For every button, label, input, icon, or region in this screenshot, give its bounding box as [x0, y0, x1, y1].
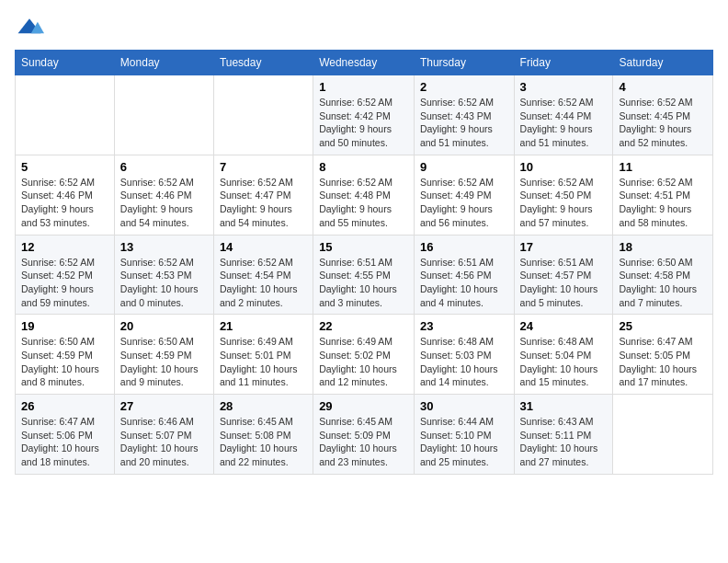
day-info: Sunrise: 6:52 AM Sunset: 4:46 PM Dayligh…	[120, 176, 208, 230]
calendar-cell: 8Sunrise: 6:52 AM Sunset: 4:48 PM Daylig…	[313, 155, 415, 235]
calendar-cell: 25Sunrise: 6:47 AM Sunset: 5:05 PM Dayli…	[613, 315, 713, 395]
day-info: Sunrise: 6:47 AM Sunset: 5:05 PM Dayligh…	[619, 335, 707, 389]
day-info: Sunrise: 6:51 AM Sunset: 4:57 PM Dayligh…	[520, 256, 608, 310]
day-number: 4	[619, 80, 707, 94]
day-number: 11	[619, 160, 707, 174]
day-info: Sunrise: 6:50 AM Sunset: 4:59 PM Dayligh…	[21, 335, 108, 389]
day-number: 23	[420, 319, 508, 333]
day-info: Sunrise: 6:52 AM Sunset: 4:43 PM Dayligh…	[420, 96, 508, 150]
day-number: 10	[520, 160, 608, 174]
day-number: 2	[420, 80, 508, 94]
calendar-week-row: 19Sunrise: 6:50 AM Sunset: 4:59 PM Dayli…	[16, 315, 713, 395]
day-info: Sunrise: 6:49 AM Sunset: 5:02 PM Dayligh…	[319, 335, 408, 389]
day-number: 12	[21, 240, 108, 254]
calendar-cell: 20Sunrise: 6:50 AM Sunset: 4:59 PM Dayli…	[114, 315, 213, 395]
calendar-cell: 2Sunrise: 6:52 AM Sunset: 4:43 PM Daylig…	[414, 75, 514, 155]
calendar-cell: 31Sunrise: 6:43 AM Sunset: 5:11 PM Dayli…	[514, 395, 613, 475]
calendar-cell: 27Sunrise: 6:46 AM Sunset: 5:07 PM Dayli…	[114, 395, 213, 475]
day-info: Sunrise: 6:51 AM Sunset: 4:56 PM Dayligh…	[420, 256, 508, 310]
day-info: Sunrise: 6:52 AM Sunset: 4:50 PM Dayligh…	[520, 176, 608, 230]
day-info: Sunrise: 6:43 AM Sunset: 5:11 PM Dayligh…	[520, 415, 608, 469]
calendar-cell: 14Sunrise: 6:52 AM Sunset: 4:54 PM Dayli…	[213, 235, 313, 315]
day-number: 30	[420, 399, 508, 413]
page-header	[15, 15, 713, 40]
calendar-cell: 5Sunrise: 6:52 AM Sunset: 4:46 PM Daylig…	[16, 155, 115, 235]
day-info: Sunrise: 6:52 AM Sunset: 4:54 PM Dayligh…	[220, 256, 307, 310]
calendar-cell	[16, 75, 115, 155]
day-number: 28	[220, 399, 307, 413]
day-info: Sunrise: 6:48 AM Sunset: 5:04 PM Dayligh…	[520, 335, 608, 389]
calendar-table: SundayMondayTuesdayWednesdayThursdayFrid…	[15, 50, 713, 475]
calendar-cell: 1Sunrise: 6:52 AM Sunset: 4:42 PM Daylig…	[313, 75, 415, 155]
day-info: Sunrise: 6:52 AM Sunset: 4:51 PM Dayligh…	[619, 176, 707, 230]
calendar-cell: 19Sunrise: 6:50 AM Sunset: 4:59 PM Dayli…	[16, 315, 115, 395]
day-info: Sunrise: 6:51 AM Sunset: 4:55 PM Dayligh…	[319, 256, 408, 310]
day-number: 21	[220, 319, 307, 333]
day-number: 9	[420, 160, 508, 174]
day-number: 19	[21, 319, 108, 333]
day-info: Sunrise: 6:50 AM Sunset: 4:59 PM Dayligh…	[120, 335, 208, 389]
day-info: Sunrise: 6:52 AM Sunset: 4:53 PM Dayligh…	[120, 256, 208, 310]
day-info: Sunrise: 6:52 AM Sunset: 4:48 PM Dayligh…	[319, 176, 408, 230]
calendar-cell: 4Sunrise: 6:52 AM Sunset: 4:45 PM Daylig…	[613, 75, 713, 155]
day-info: Sunrise: 6:52 AM Sunset: 4:45 PM Dayligh…	[619, 96, 707, 150]
logo-icon	[15, 15, 44, 40]
calendar-week-row: 5Sunrise: 6:52 AM Sunset: 4:46 PM Daylig…	[16, 155, 713, 235]
day-info: Sunrise: 6:52 AM Sunset: 4:46 PM Dayligh…	[21, 176, 108, 230]
day-info: Sunrise: 6:48 AM Sunset: 5:03 PM Dayligh…	[420, 335, 508, 389]
day-info: Sunrise: 6:47 AM Sunset: 5:06 PM Dayligh…	[21, 415, 108, 469]
calendar-cell: 12Sunrise: 6:52 AM Sunset: 4:52 PM Dayli…	[16, 235, 115, 315]
day-info: Sunrise: 6:45 AM Sunset: 5:09 PM Dayligh…	[319, 415, 408, 469]
day-info: Sunrise: 6:49 AM Sunset: 5:01 PM Dayligh…	[220, 335, 307, 389]
calendar-cell: 29Sunrise: 6:45 AM Sunset: 5:09 PM Dayli…	[313, 395, 415, 475]
day-number: 5	[21, 160, 108, 174]
day-number: 24	[520, 319, 608, 333]
calendar-cell: 23Sunrise: 6:48 AM Sunset: 5:03 PM Dayli…	[414, 315, 514, 395]
calendar-cell: 13Sunrise: 6:52 AM Sunset: 4:53 PM Dayli…	[114, 235, 213, 315]
day-number: 22	[319, 319, 408, 333]
calendar-cell: 3Sunrise: 6:52 AM Sunset: 4:44 PM Daylig…	[514, 75, 613, 155]
calendar-cell	[613, 395, 713, 475]
day-number: 26	[21, 399, 108, 413]
day-info: Sunrise: 6:46 AM Sunset: 5:07 PM Dayligh…	[120, 415, 208, 469]
calendar-cell: 7Sunrise: 6:52 AM Sunset: 4:47 PM Daylig…	[213, 155, 313, 235]
calendar-cell: 18Sunrise: 6:50 AM Sunset: 4:58 PM Dayli…	[613, 235, 713, 315]
calendar-week-row: 12Sunrise: 6:52 AM Sunset: 4:52 PM Dayli…	[16, 235, 713, 315]
header-wednesday: Wednesday	[313, 51, 415, 75]
header-saturday: Saturday	[613, 51, 713, 75]
calendar-cell: 26Sunrise: 6:47 AM Sunset: 5:06 PM Dayli…	[16, 395, 115, 475]
day-info: Sunrise: 6:45 AM Sunset: 5:08 PM Dayligh…	[220, 415, 307, 469]
day-info: Sunrise: 6:44 AM Sunset: 5:10 PM Dayligh…	[420, 415, 508, 469]
logo	[15, 15, 48, 40]
calendar-cell: 24Sunrise: 6:48 AM Sunset: 5:04 PM Dayli…	[514, 315, 613, 395]
day-number: 16	[420, 240, 508, 254]
day-number: 20	[120, 319, 208, 333]
day-info: Sunrise: 6:52 AM Sunset: 4:42 PM Dayligh…	[319, 96, 408, 150]
day-info: Sunrise: 6:52 AM Sunset: 4:52 PM Dayligh…	[21, 256, 108, 310]
day-number: 7	[220, 160, 307, 174]
day-number: 18	[619, 240, 707, 254]
day-number: 14	[220, 240, 307, 254]
header-monday: Monday	[114, 51, 213, 75]
day-number: 3	[520, 80, 608, 94]
header-sunday: Sunday	[16, 51, 115, 75]
calendar-header-row: SundayMondayTuesdayWednesdayThursdayFrid…	[16, 51, 713, 75]
day-number: 15	[319, 240, 408, 254]
header-thursday: Thursday	[414, 51, 514, 75]
header-friday: Friday	[514, 51, 613, 75]
calendar-cell: 17Sunrise: 6:51 AM Sunset: 4:57 PM Dayli…	[514, 235, 613, 315]
day-number: 13	[120, 240, 208, 254]
calendar-week-row: 26Sunrise: 6:47 AM Sunset: 5:06 PM Dayli…	[16, 395, 713, 475]
day-info: Sunrise: 6:52 AM Sunset: 4:47 PM Dayligh…	[220, 176, 307, 230]
calendar-cell: 11Sunrise: 6:52 AM Sunset: 4:51 PM Dayli…	[613, 155, 713, 235]
day-number: 31	[520, 399, 608, 413]
calendar-cell: 10Sunrise: 6:52 AM Sunset: 4:50 PM Dayli…	[514, 155, 613, 235]
day-info: Sunrise: 6:52 AM Sunset: 4:49 PM Dayligh…	[420, 176, 508, 230]
calendar-cell: 21Sunrise: 6:49 AM Sunset: 5:01 PM Dayli…	[213, 315, 313, 395]
calendar-cell	[213, 75, 313, 155]
day-info: Sunrise: 6:52 AM Sunset: 4:44 PM Dayligh…	[520, 96, 608, 150]
calendar-cell: 15Sunrise: 6:51 AM Sunset: 4:55 PM Dayli…	[313, 235, 415, 315]
day-number: 25	[619, 319, 707, 333]
day-number: 29	[319, 399, 408, 413]
calendar-cell	[114, 75, 213, 155]
